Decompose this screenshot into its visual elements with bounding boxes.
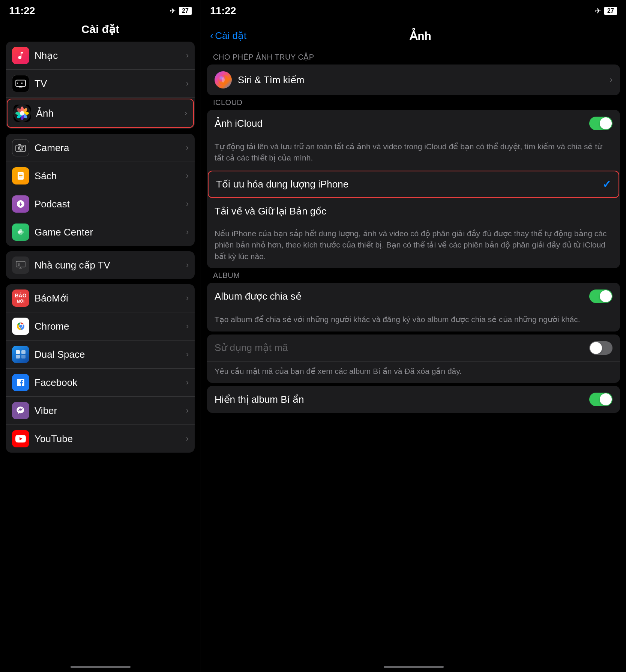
- svg-point-16: [23, 146, 24, 147]
- hien-thi-item[interactable]: Hiển thị album Bí ẩn: [207, 386, 620, 413]
- matma-toggle[interactable]: [589, 341, 612, 355]
- icloud-description: Tự động tải lên và lưu trữ an toàn tất c…: [207, 137, 620, 170]
- section-icloud-label: ICLOUD: [207, 98, 620, 110]
- siri-item[interactable]: Siri & Tìm kiếm ›: [207, 64, 620, 95]
- chrome-label: Chrome: [35, 321, 183, 332]
- sidebar-item-podcast[interactable]: Podcast ›: [6, 190, 195, 218]
- matma-group: Sử dụng mật mã Yêu cầu mật mã của bạn để…: [207, 334, 620, 383]
- sidebar-item-anh[interactable]: Ảnh ›: [7, 99, 194, 128]
- sidebar-item-sach[interactable]: Sách ›: [6, 162, 195, 190]
- svg-point-20: [19, 232, 22, 235]
- svg-point-11: [20, 111, 24, 116]
- hien-thi-toggle-knob: [600, 393, 612, 405]
- dualspace-label: Dual Space: [35, 349, 183, 360]
- siri-icon: [215, 71, 232, 88]
- nhac-label: Nhạc: [35, 50, 183, 62]
- sidebar-item-facebook[interactable]: Facebook ›: [6, 369, 195, 397]
- settings-group-2: Camera › Sách › Podcast ›: [6, 134, 195, 246]
- svg-rect-30: [21, 355, 26, 358]
- nhacungcap-label: Nhà cung cấp TV: [35, 260, 183, 271]
- matma-description: Yêu cầu mật mã của bạn để xem các album …: [207, 362, 620, 383]
- podcast-label: Podcast: [35, 198, 183, 210]
- section-allow-access-label: CHO PHÉP ẢNH TRUY CẬP: [207, 52, 620, 64]
- youtube-label: YouTube: [35, 433, 183, 445]
- camera-chevron: ›: [186, 143, 189, 153]
- svg-point-26: [19, 325, 22, 328]
- sidebar-item-gamecenter[interactable]: Game Center ›: [6, 218, 195, 246]
- airplane-icon: ✈: [170, 6, 176, 15]
- dualspace-chevron: ›: [186, 350, 189, 359]
- hien-thi-group: Hiển thị album Bí ẩn: [207, 386, 620, 413]
- album-group: Album được chia sẻ Tạo album để chia sẻ …: [207, 283, 620, 331]
- album-chia-se-toggle[interactable]: [589, 290, 612, 303]
- svg-point-14: [20, 147, 22, 150]
- sidebar-item-nhacungcap[interactable]: $ Nhà cung cấp TV ›: [6, 251, 195, 279]
- podcast-chevron: ›: [186, 199, 189, 209]
- tv-label: TV: [35, 78, 183, 90]
- back-button[interactable]: ‹ Cài đặt: [210, 30, 246, 42]
- settings-group-4: BÁOMỚI BáoMới ›: [6, 284, 195, 453]
- anh-icloud-item[interactable]: Ảnh iCloud: [207, 110, 620, 137]
- nhacungcap-chevron: ›: [186, 260, 189, 270]
- toiuuhoa-label: Tối ưu hóa dung lượng iPhone: [216, 178, 602, 190]
- sidebar-item-chrome[interactable]: Chrome ›: [6, 312, 195, 340]
- su-dung-mat-ma-label: Sử dụng mật mã: [215, 342, 589, 354]
- svg-point-1: [21, 82, 23, 84]
- facebook-label: Facebook: [35, 377, 183, 388]
- album-description: Tạo album để chia sẻ với những người khá…: [207, 310, 620, 331]
- left-home-bar: [71, 666, 131, 668]
- left-battery: 27: [179, 7, 192, 15]
- right-panel: 11:22 ✈ 27 ‹ Cài đặt Ảnh CHO PHÉP ẢNH TR…: [201, 0, 626, 672]
- chrome-chevron: ›: [186, 321, 189, 331]
- right-status-bar: 11:22 ✈ 27: [201, 0, 626, 20]
- left-page-title-bar: Cài đặt: [0, 20, 201, 42]
- left-settings-list: Nhạc › TV ›: [0, 42, 201, 664]
- matma-toggle-knob: [590, 342, 602, 354]
- su-dung-mat-ma-item[interactable]: Sử dụng mật mã: [207, 334, 620, 362]
- chrome-icon-box: [12, 318, 29, 335]
- left-page-title: Cài đặt: [81, 23, 119, 35]
- icloud-group: Ảnh iCloud Tự động tải lên và lưu trữ an…: [207, 110, 620, 268]
- sidebar-item-camera[interactable]: Camera ›: [6, 134, 195, 162]
- settings-group-3: $ Nhà cung cấp TV ›: [6, 251, 195, 279]
- tv-chevron: ›: [186, 79, 189, 88]
- gamecenter-label: Game Center: [35, 226, 183, 238]
- hien-thi-label: Hiển thị album Bí ẩn: [215, 394, 589, 405]
- siri-chevron: ›: [610, 75, 612, 85]
- siri-label: Siri & Tìm kiếm: [238, 74, 610, 86]
- sach-chevron: ›: [186, 171, 189, 181]
- right-time: 11:22: [210, 5, 236, 17]
- music-icon: [12, 47, 29, 64]
- album-chia-se-item[interactable]: Album được chia sẻ: [207, 283, 620, 310]
- photos-icon: [14, 105, 31, 122]
- sidebar-item-tv[interactable]: TV ›: [6, 70, 195, 98]
- viber-label: Viber: [35, 405, 183, 417]
- sidebar-item-baomoi[interactable]: BÁOMỚI BáoMới ›: [6, 284, 195, 312]
- option-description: Nếu iPhone của bạn sắp hết dung lượng, ả…: [207, 224, 620, 268]
- gamecenter-icon: [12, 224, 29, 241]
- left-panel: 11:22 ✈ 27 Cài đặt Nhạc › TV ›: [0, 0, 201, 672]
- sidebar-item-dualspace[interactable]: Dual Space ›: [6, 340, 195, 369]
- sidebar-item-youtube[interactable]: YouTube ›: [6, 425, 195, 453]
- youtube-icon: [12, 430, 29, 447]
- sidebar-item-nhac[interactable]: Nhạc ›: [6, 42, 195, 70]
- svg-rect-27: [16, 350, 20, 354]
- baomoi-label: BáoMới: [35, 292, 183, 304]
- viber-chevron: ›: [186, 406, 189, 416]
- anh-icloud-toggle[interactable]: [589, 117, 612, 130]
- tv-app-icon: [12, 75, 29, 92]
- gamecenter-chevron: ›: [186, 227, 189, 237]
- anh-icloud-toggle-knob: [600, 117, 612, 129]
- toiuuhoa-option[interactable]: Tối ưu hóa dung lượng iPhone ✓: [208, 171, 619, 198]
- sidebar-item-viber[interactable]: Viber ›: [6, 397, 195, 425]
- viber-icon: [12, 402, 29, 419]
- books-icon: [12, 167, 29, 184]
- dualspace-icon: [12, 346, 29, 363]
- right-content: CHO PHÉP ẢNH TRUY CẬP: [201, 50, 626, 664]
- facebook-chevron: ›: [186, 378, 189, 387]
- anh-icloud-label: Ảnh iCloud: [215, 118, 589, 129]
- taive-option[interactable]: Tải về và Giữ lại Bản gốc: [207, 199, 620, 224]
- right-page-title: Ảnh: [246, 29, 594, 42]
- hien-thi-toggle[interactable]: [589, 393, 612, 406]
- left-status-bar: 11:22 ✈ 27: [0, 0, 201, 20]
